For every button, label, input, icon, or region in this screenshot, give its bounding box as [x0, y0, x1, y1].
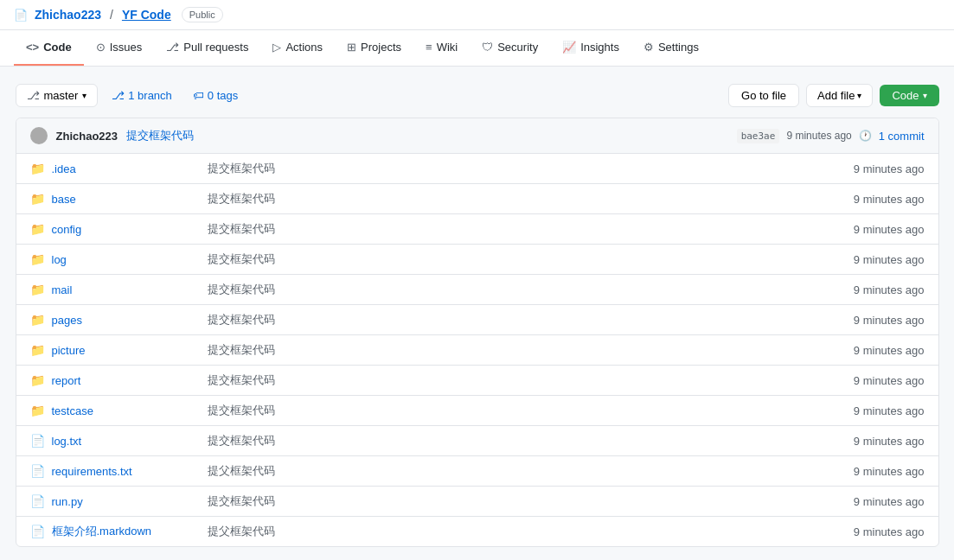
branch-icon: ⎇	[27, 89, 40, 102]
wiki-icon: ≡	[426, 41, 432, 54]
folder-icon: 📁	[30, 343, 45, 357]
file-name[interactable]: .idea	[52, 162, 208, 175]
nav-item-pull-requests[interactable]: ⎇Pull requests	[154, 30, 260, 66]
table-row: 📁 .idea 提交框架代码 9 minutes ago	[16, 154, 938, 184]
file-name[interactable]: base	[52, 193, 208, 206]
tags-link[interactable]: 🏷 0 tags	[186, 85, 245, 106]
history-icon: 🕐	[859, 130, 872, 142]
go-to-file-button[interactable]: Go to file	[728, 84, 799, 107]
file-time: 9 minutes ago	[854, 495, 925, 508]
table-row: 📁 testcase 提交框架代码 9 minutes ago	[16, 396, 938, 426]
branch-name: master	[44, 89, 79, 102]
security-icon: 🛡	[482, 41, 493, 54]
file-name[interactable]: config	[52, 223, 208, 236]
commit-message[interactable]: 提交框架代码	[126, 128, 194, 143]
file-commit-msg: 提交框架代码	[208, 372, 854, 388]
commit-bar: Zhichao223 提交框架代码 bae3ae 9 minutes ago 🕐…	[16, 118, 938, 154]
file-name[interactable]: log	[52, 253, 208, 266]
chevron-down-icon: ▾	[82, 91, 86, 100]
branch-count: 1 branch	[128, 89, 172, 102]
file-name[interactable]: picture	[52, 344, 208, 357]
commit-author[interactable]: Zhichao223	[56, 130, 118, 143]
folder-icon: 📁	[30, 313, 45, 327]
file-commit-msg: 提交框架代码	[208, 342, 854, 358]
nav-item-security[interactable]: 🛡Security	[470, 30, 550, 66]
nav-label-insights: Insights	[580, 41, 619, 54]
code-label: Code	[892, 89, 919, 102]
nav-label-actions: Actions	[285, 41, 323, 54]
repo-icon: 📄	[14, 9, 28, 22]
nav-item-settings[interactable]: ⚙Settings	[631, 30, 711, 66]
file-name[interactable]: run.py	[52, 495, 208, 508]
file-icon: 📄	[30, 464, 45, 478]
nav-item-issues[interactable]: ⊙Issues	[84, 30, 155, 66]
folder-icon: 📁	[30, 404, 45, 417]
file-icon: 📄	[30, 434, 45, 448]
file-time: 9 minutes ago	[854, 344, 925, 357]
table-row: 📄 框架介绍.markdown 提父框架代码 9 minutes ago	[16, 517, 938, 546]
file-name[interactable]: requirements.txt	[52, 465, 208, 478]
branches-link[interactable]: ⎇ 1 branch	[105, 85, 179, 106]
avatar	[30, 127, 48, 144]
file-commit-msg: 提交框架代码	[208, 433, 854, 449]
add-file-button[interactable]: Add file ▾	[806, 84, 873, 107]
file-name[interactable]: mail	[52, 283, 208, 296]
repo-owner[interactable]: Zhichao223	[35, 8, 101, 22]
nav-item-actions[interactable]: ▷Actions	[260, 30, 335, 66]
nav-label-code: Code	[43, 41, 72, 54]
nav-bar: <>Code⊙Issues⎇Pull requests▷Actions⊞Proj…	[0, 30, 954, 67]
folder-icon: 📁	[30, 192, 45, 206]
folder-icon: 📁	[30, 252, 45, 266]
nav-item-projects[interactable]: ⊞Projects	[335, 30, 413, 66]
code-icon: <>	[26, 41, 39, 54]
issues-icon: ⊙	[96, 41, 106, 54]
file-rows-container: 📁 .idea 提交框架代码 9 minutes ago 📁 base 提交框架…	[16, 154, 938, 546]
file-time: 9 minutes ago	[854, 223, 925, 236]
repo-name[interactable]: YF Code	[122, 8, 171, 22]
table-row: 📁 log 提交框架代码 9 minutes ago	[16, 245, 938, 275]
folder-icon: 📁	[30, 162, 45, 175]
commit-count-link[interactable]: 1 commit	[879, 130, 925, 143]
table-row: 📁 base 提交框架代码 9 minutes ago	[16, 184, 938, 214]
commit-sha[interactable]: bae3ae	[737, 129, 780, 143]
file-name[interactable]: pages	[52, 314, 208, 327]
file-icon: 📄	[30, 494, 45, 508]
file-time: 9 minutes ago	[854, 314, 925, 327]
file-name[interactable]: report	[52, 374, 208, 387]
file-name[interactable]: testcase	[52, 404, 208, 417]
file-name[interactable]: 框架介绍.markdown	[52, 524, 208, 539]
public-badge: Public	[182, 7, 223, 22]
projects-icon: ⊞	[347, 41, 356, 54]
file-commit-msg: 提交框架代码	[208, 191, 854, 207]
file-time: 9 minutes ago	[854, 465, 925, 478]
table-row: 📁 pages 提交框架代码 9 minutes ago	[16, 305, 938, 335]
commit-time: 9 minutes ago	[786, 130, 851, 142]
file-time: 9 minutes ago	[854, 162, 925, 175]
file-commit-msg: 提交框架代码	[208, 312, 854, 328]
nav-label-projects: Projects	[361, 41, 401, 54]
file-time: 9 minutes ago	[854, 404, 925, 417]
nav-item-insights[interactable]: 📈Insights	[550, 30, 631, 66]
branch-selector[interactable]: ⎇ master ▾	[16, 84, 99, 107]
tag-icon: 🏷	[193, 89, 204, 102]
top-bar: 📄 Zhichao223 / YF Code Public	[0, 0, 954, 30]
chevron-down-icon: ▾	[857, 91, 861, 100]
file-commit-msg: 提交框架代码	[208, 493, 854, 509]
table-row: 📄 log.txt 提交框架代码 9 minutes ago	[16, 426, 938, 456]
table-row: 📁 picture 提交框架代码 9 minutes ago	[16, 335, 938, 366]
chevron-down-icon: ▾	[923, 91, 927, 100]
nav-label-pull-requests: Pull requests	[183, 41, 248, 54]
table-row: 📁 report 提交框架代码 9 minutes ago	[16, 366, 938, 396]
actions-icon: ▷	[272, 41, 281, 54]
nav-label-security: Security	[497, 41, 538, 54]
file-commit-msg: 提交框架代码	[208, 282, 854, 297]
nav-item-code[interactable]: <>Code	[14, 30, 84, 66]
table-row: 📄 requirements.txt 提父框架代码 9 minutes ago	[16, 456, 938, 487]
file-name[interactable]: log.txt	[52, 435, 208, 448]
code-button[interactable]: Code ▾	[880, 85, 938, 106]
file-commit-msg: 提交框架代码	[208, 251, 854, 267]
table-row: 📁 mail 提交框架代码 9 minutes ago	[16, 275, 938, 305]
file-time: 9 minutes ago	[854, 525, 925, 538]
file-commit-msg: 提交框架代码	[208, 403, 854, 418]
nav-item-wiki[interactable]: ≡Wiki	[413, 30, 470, 66]
